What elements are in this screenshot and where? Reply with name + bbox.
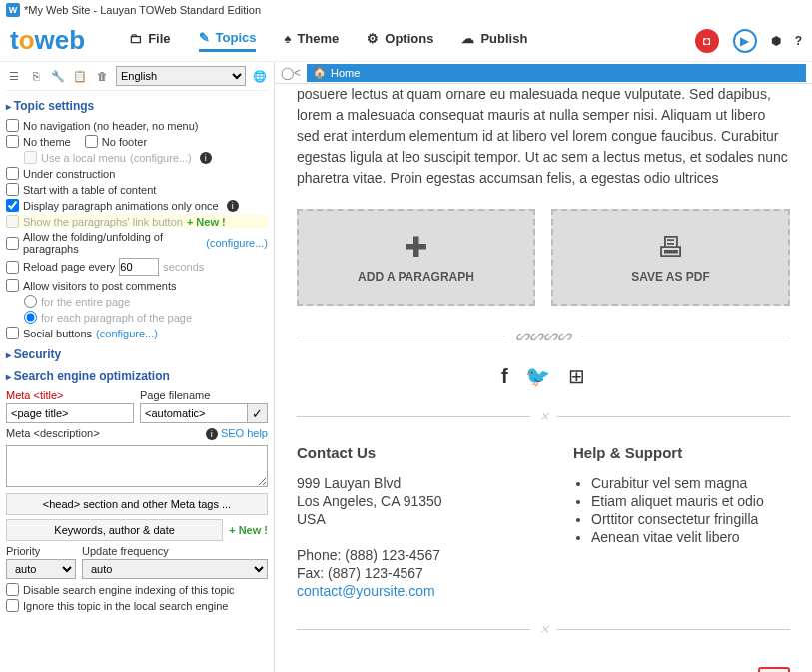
- configure-social-link[interactable]: (configure...): [96, 328, 158, 339]
- breadcrumb[interactable]: 🏠 Home: [307, 64, 806, 82]
- chk-ignore-local[interactable]: [6, 599, 19, 612]
- main-menu: toweb 🗀File ✎Topics ♠Theme ⚙Options ☁Pub…: [0, 20, 812, 62]
- add-paragraph-button[interactable]: ✚ ADD A PARAGRAPH: [297, 209, 535, 306]
- chk-allow-comments[interactable]: [6, 279, 19, 292]
- info-icon[interactable]: i: [227, 200, 239, 212]
- contact-column: Contact Us 999 Lauyan Blvd Los Angeles, …: [297, 444, 513, 601]
- label-page-filename: Page filename: [140, 389, 268, 401]
- menu-options[interactable]: ⚙Options: [367, 31, 433, 50]
- configure-fold-link[interactable]: (configure...): [206, 237, 268, 249]
- input-meta-title[interactable]: [6, 403, 134, 423]
- label-update-freq: Update frequency: [82, 545, 268, 557]
- social-icons: f 🐦 ⊞: [297, 364, 790, 388]
- chk-allow-fold[interactable]: [6, 237, 19, 250]
- chk-social[interactable]: [6, 327, 19, 339]
- preview-button[interactable]: ▶: [733, 29, 757, 53]
- section-security[interactable]: Security: [6, 347, 268, 361]
- plus-icon: ✚: [309, 231, 523, 264]
- radio-entire-page[interactable]: [24, 295, 37, 308]
- home-icon: 🏠: [313, 66, 327, 79]
- label-meta-title: Meta <title>: [6, 389, 134, 401]
- label-priority: Priority: [6, 545, 76, 557]
- twitter-icon[interactable]: 🐦: [525, 365, 550, 387]
- disk-icon: ◘: [703, 34, 710, 48]
- copy-icon[interactable]: ⎘: [28, 68, 44, 84]
- menu-file[interactable]: 🗀File: [129, 31, 170, 50]
- save-pdf-button[interactable]: 🖶 SAVE AS PDF: [551, 209, 790, 306]
- chk-under-construction[interactable]: [6, 167, 19, 180]
- print-icon: 🖶: [563, 231, 778, 264]
- chk-no-footer[interactable]: [85, 135, 98, 148]
- help-icon[interactable]: ?: [795, 34, 802, 48]
- theme-icon: ♠: [284, 31, 291, 46]
- input-page-filename[interactable]: [140, 403, 248, 423]
- sidebar: ☰ ⎘ 🔧 📋 🗑 English 🌐 Topic settings No na…: [0, 62, 275, 672]
- help-link[interactable]: Orttitor consectetur fringilla: [591, 511, 790, 527]
- head-section-button[interactable]: <head> section and other Meta tags ...: [6, 493, 268, 515]
- help-link[interactable]: Aenean vitae velit libero: [591, 529, 790, 545]
- label-meta-desc: Meta <description>: [6, 427, 134, 439]
- facebook-icon[interactable]: f: [501, 365, 508, 387]
- list-icon[interactable]: ☰: [6, 68, 22, 84]
- globe-icon[interactable]: 🌐: [252, 68, 268, 84]
- play-icon: ▶: [740, 34, 749, 48]
- select-update-freq[interactable]: auto: [82, 559, 268, 579]
- select-priority[interactable]: auto: [6, 559, 76, 579]
- chk-no-theme[interactable]: [6, 135, 19, 148]
- chk-reload[interactable]: [6, 261, 19, 274]
- windows-icon[interactable]: ⊞: [568, 365, 585, 387]
- gear-icon: ⚙: [367, 31, 379, 46]
- ornament-divider: ᔕᔕᔕᔕ: [297, 326, 790, 344]
- title-bar: W *My Web Site - Lauyan TOWeb Standard E…: [0, 0, 812, 20]
- pencil-icon: ✎: [199, 30, 210, 45]
- radio-each-para[interactable]: [24, 311, 37, 324]
- menu-theme[interactable]: ♠Theme: [284, 31, 339, 50]
- lorem-text: posuere lectus at quam ornare eu malesua…: [297, 84, 790, 189]
- menu-publish[interactable]: ☁Publish: [461, 31, 527, 50]
- chk-show-para-link: [6, 215, 19, 228]
- folder-icon: 🗀: [129, 31, 142, 46]
- seo-help-link[interactable]: SEO help: [221, 427, 268, 439]
- window-title: *My Web Site - Lauyan TOWeb Standard Edi…: [24, 4, 261, 16]
- help-link[interactable]: Curabitur vel sem magna: [591, 475, 790, 491]
- help-column: Help & Support Curabitur vel sem magna E…: [573, 444, 790, 601]
- chk-display-anim[interactable]: [6, 199, 19, 212]
- section-divider: ྾: [297, 408, 790, 424]
- trash-icon[interactable]: 🗑: [94, 68, 110, 84]
- clipboard-icon[interactable]: 📋: [72, 68, 88, 84]
- chk-disable-index[interactable]: [6, 583, 19, 596]
- wrench-icon[interactable]: 🔧: [50, 68, 66, 84]
- app-logo: toweb: [10, 25, 85, 56]
- edit-widget-button[interactable]: ✎: [758, 667, 790, 672]
- apply-filename-button[interactable]: ✓: [248, 403, 268, 423]
- help-link[interactable]: Etiam aliquet mauris et odio: [591, 493, 790, 509]
- language-select[interactable]: English: [116, 66, 246, 86]
- info-icon[interactable]: i: [206, 428, 218, 440]
- cloud-icon: ☁: [461, 31, 474, 46]
- chk-local-menu: [24, 151, 37, 164]
- info-icon[interactable]: i: [200, 152, 212, 164]
- sidebar-toolbar: ☰ ⎘ 🔧 📋 🗑 English 🌐: [6, 66, 268, 91]
- save-button[interactable]: ◘: [695, 29, 719, 53]
- app-icon: W: [6, 3, 20, 17]
- preview-panel: ◯< 🏠 Home posuere lectus at quam ornare …: [275, 62, 812, 672]
- section-topic-settings[interactable]: Topic settings: [6, 99, 268, 113]
- section-seo[interactable]: Search engine optimization: [6, 369, 268, 383]
- chk-no-nav[interactable]: [6, 119, 19, 132]
- back-icon[interactable]: ◯<: [281, 66, 301, 80]
- keywords-button[interactable]: Keywords, author & date: [6, 519, 223, 541]
- section-divider: ྾: [297, 621, 790, 637]
- reload-seconds-input[interactable]: [119, 258, 159, 276]
- help-heading: Help & Support: [573, 444, 790, 461]
- contact-heading: Contact Us: [297, 444, 513, 461]
- shield-icon[interactable]: ⬢: [771, 34, 781, 48]
- menu-topics[interactable]: ✎Topics: [199, 30, 257, 52]
- chk-start-toc[interactable]: [6, 183, 19, 196]
- contact-email-link[interactable]: contact@yoursite.com: [297, 583, 435, 599]
- input-meta-desc[interactable]: [6, 445, 268, 487]
